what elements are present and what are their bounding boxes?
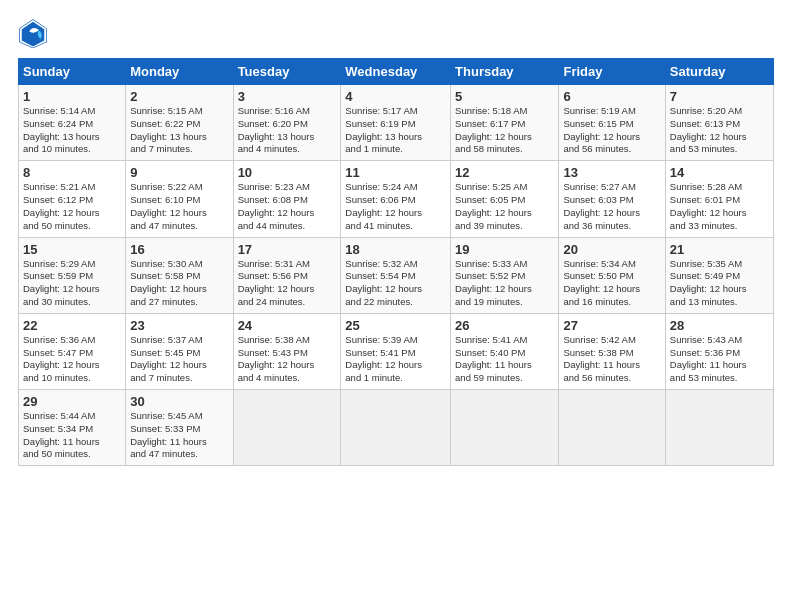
day-cell: 3Sunrise: 5:16 AM Sunset: 6:20 PM Daylig… [233,85,341,161]
day-number: 7 [670,89,769,104]
day-number: 16 [130,242,228,257]
day-number: 19 [455,242,554,257]
header [18,18,774,48]
day-detail: Sunrise: 5:33 AM Sunset: 5:52 PM Dayligh… [455,258,554,309]
day-number: 20 [563,242,660,257]
week-row-3: 22Sunrise: 5:36 AM Sunset: 5:47 PM Dayli… [19,313,774,389]
day-cell: 25Sunrise: 5:39 AM Sunset: 5:41 PM Dayli… [341,313,451,389]
day-cell: 18Sunrise: 5:32 AM Sunset: 5:54 PM Dayli… [341,237,451,313]
day-detail: Sunrise: 5:42 AM Sunset: 5:38 PM Dayligh… [563,334,660,385]
day-number: 22 [23,318,121,333]
day-cell: 5Sunrise: 5:18 AM Sunset: 6:17 PM Daylig… [451,85,559,161]
day-detail: Sunrise: 5:21 AM Sunset: 6:12 PM Dayligh… [23,181,121,232]
day-cell: 17Sunrise: 5:31 AM Sunset: 5:56 PM Dayli… [233,237,341,313]
day-detail: Sunrise: 5:34 AM Sunset: 5:50 PM Dayligh… [563,258,660,309]
day-cell: 29Sunrise: 5:44 AM Sunset: 5:34 PM Dayli… [19,390,126,466]
day-detail: Sunrise: 5:39 AM Sunset: 5:41 PM Dayligh… [345,334,446,385]
day-number: 27 [563,318,660,333]
day-number: 12 [455,165,554,180]
day-cell: 10Sunrise: 5:23 AM Sunset: 6:08 PM Dayli… [233,161,341,237]
day-number: 10 [238,165,337,180]
day-number: 8 [23,165,121,180]
day-detail: Sunrise: 5:16 AM Sunset: 6:20 PM Dayligh… [238,105,337,156]
header-friday: Friday [559,59,665,85]
day-cell: 24Sunrise: 5:38 AM Sunset: 5:43 PM Dayli… [233,313,341,389]
day-cell [233,390,341,466]
day-cell: 12Sunrise: 5:25 AM Sunset: 6:05 PM Dayli… [451,161,559,237]
day-number: 25 [345,318,446,333]
day-cell: 15Sunrise: 5:29 AM Sunset: 5:59 PM Dayli… [19,237,126,313]
day-cell: 26Sunrise: 5:41 AM Sunset: 5:40 PM Dayli… [451,313,559,389]
day-detail: Sunrise: 5:14 AM Sunset: 6:24 PM Dayligh… [23,105,121,156]
calendar-page: SundayMondayTuesdayWednesdayThursdayFrid… [0,0,792,612]
day-number: 23 [130,318,228,333]
day-cell: 2Sunrise: 5:15 AM Sunset: 6:22 PM Daylig… [126,85,233,161]
day-detail: Sunrise: 5:41 AM Sunset: 5:40 PM Dayligh… [455,334,554,385]
day-cell: 1Sunrise: 5:14 AM Sunset: 6:24 PM Daylig… [19,85,126,161]
header-monday: Monday [126,59,233,85]
day-cell: 21Sunrise: 5:35 AM Sunset: 5:49 PM Dayli… [665,237,773,313]
day-detail: Sunrise: 5:36 AM Sunset: 5:47 PM Dayligh… [23,334,121,385]
day-number: 15 [23,242,121,257]
day-cell: 27Sunrise: 5:42 AM Sunset: 5:38 PM Dayli… [559,313,665,389]
day-detail: Sunrise: 5:27 AM Sunset: 6:03 PM Dayligh… [563,181,660,232]
logo [18,18,52,48]
day-cell [665,390,773,466]
day-cell: 11Sunrise: 5:24 AM Sunset: 6:06 PM Dayli… [341,161,451,237]
day-cell [559,390,665,466]
day-number: 9 [130,165,228,180]
day-cell: 20Sunrise: 5:34 AM Sunset: 5:50 PM Dayli… [559,237,665,313]
day-detail: Sunrise: 5:38 AM Sunset: 5:43 PM Dayligh… [238,334,337,385]
day-detail: Sunrise: 5:32 AM Sunset: 5:54 PM Dayligh… [345,258,446,309]
header-saturday: Saturday [665,59,773,85]
logo-icon [18,18,48,48]
day-detail: Sunrise: 5:43 AM Sunset: 5:36 PM Dayligh… [670,334,769,385]
day-cell: 30Sunrise: 5:45 AM Sunset: 5:33 PM Dayli… [126,390,233,466]
day-detail: Sunrise: 5:29 AM Sunset: 5:59 PM Dayligh… [23,258,121,309]
day-cell: 16Sunrise: 5:30 AM Sunset: 5:58 PM Dayli… [126,237,233,313]
day-number: 21 [670,242,769,257]
day-detail: Sunrise: 5:19 AM Sunset: 6:15 PM Dayligh… [563,105,660,156]
week-row-4: 29Sunrise: 5:44 AM Sunset: 5:34 PM Dayli… [19,390,774,466]
day-number: 13 [563,165,660,180]
day-number: 29 [23,394,121,409]
day-detail: Sunrise: 5:15 AM Sunset: 6:22 PM Dayligh… [130,105,228,156]
day-number: 4 [345,89,446,104]
day-number: 26 [455,318,554,333]
day-detail: Sunrise: 5:35 AM Sunset: 5:49 PM Dayligh… [670,258,769,309]
day-cell: 28Sunrise: 5:43 AM Sunset: 5:36 PM Dayli… [665,313,773,389]
day-number: 18 [345,242,446,257]
day-number: 30 [130,394,228,409]
week-row-0: 1Sunrise: 5:14 AM Sunset: 6:24 PM Daylig… [19,85,774,161]
calendar-header-row: SundayMondayTuesdayWednesdayThursdayFrid… [19,59,774,85]
day-number: 2 [130,89,228,104]
day-cell [341,390,451,466]
day-detail: Sunrise: 5:45 AM Sunset: 5:33 PM Dayligh… [130,410,228,461]
day-detail: Sunrise: 5:28 AM Sunset: 6:01 PM Dayligh… [670,181,769,232]
day-cell: 9Sunrise: 5:22 AM Sunset: 6:10 PM Daylig… [126,161,233,237]
day-cell: 6Sunrise: 5:19 AM Sunset: 6:15 PM Daylig… [559,85,665,161]
day-detail: Sunrise: 5:25 AM Sunset: 6:05 PM Dayligh… [455,181,554,232]
header-thursday: Thursday [451,59,559,85]
day-detail: Sunrise: 5:22 AM Sunset: 6:10 PM Dayligh… [130,181,228,232]
day-cell: 13Sunrise: 5:27 AM Sunset: 6:03 PM Dayli… [559,161,665,237]
day-number: 17 [238,242,337,257]
day-detail: Sunrise: 5:20 AM Sunset: 6:13 PM Dayligh… [670,105,769,156]
calendar-table: SundayMondayTuesdayWednesdayThursdayFrid… [18,58,774,466]
day-cell: 14Sunrise: 5:28 AM Sunset: 6:01 PM Dayli… [665,161,773,237]
header-wednesday: Wednesday [341,59,451,85]
day-cell: 22Sunrise: 5:36 AM Sunset: 5:47 PM Dayli… [19,313,126,389]
day-detail: Sunrise: 5:44 AM Sunset: 5:34 PM Dayligh… [23,410,121,461]
day-cell: 23Sunrise: 5:37 AM Sunset: 5:45 PM Dayli… [126,313,233,389]
day-number: 3 [238,89,337,104]
header-sunday: Sunday [19,59,126,85]
day-detail: Sunrise: 5:18 AM Sunset: 6:17 PM Dayligh… [455,105,554,156]
day-cell: 4Sunrise: 5:17 AM Sunset: 6:19 PM Daylig… [341,85,451,161]
day-number: 11 [345,165,446,180]
day-number: 1 [23,89,121,104]
header-tuesday: Tuesday [233,59,341,85]
day-number: 28 [670,318,769,333]
day-number: 5 [455,89,554,104]
day-cell: 19Sunrise: 5:33 AM Sunset: 5:52 PM Dayli… [451,237,559,313]
week-row-1: 8Sunrise: 5:21 AM Sunset: 6:12 PM Daylig… [19,161,774,237]
